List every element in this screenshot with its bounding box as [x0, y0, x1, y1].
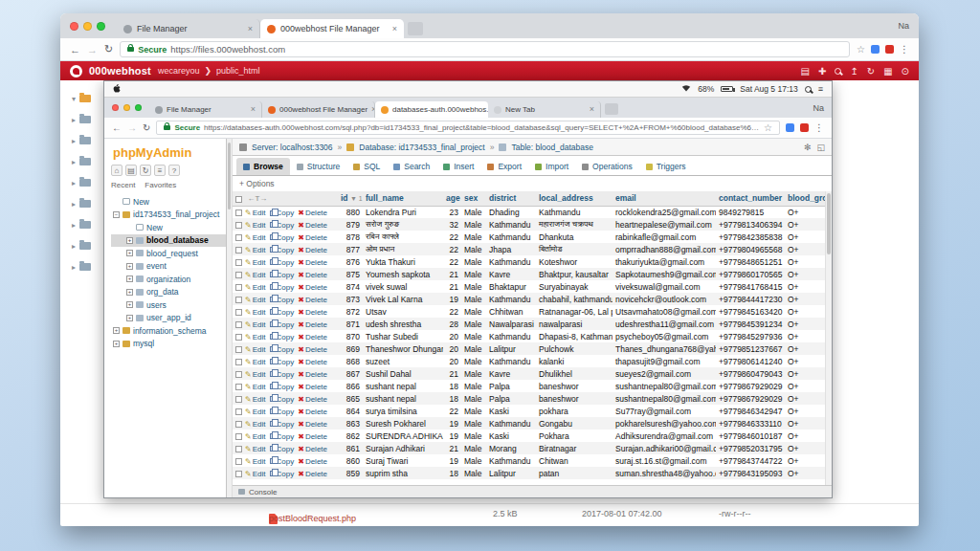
- browser-tab[interactable]: File Manager ×: [149, 101, 262, 118]
- edit-link[interactable]: ✎Edit: [245, 432, 266, 441]
- zoom-window-button[interactable]: [97, 22, 105, 31]
- edit-link[interactable]: ✎Edit: [245, 445, 266, 453]
- upload-icon[interactable]: ↥: [850, 66, 858, 77]
- delete-link[interactable]: ✖Delete: [298, 383, 327, 391]
- file-manager-footer-row[interactable]: postBloodRequest.php 2.5 kB 2017-08-01 0…: [60, 503, 919, 522]
- copy-link[interactable]: Copy: [270, 370, 295, 379]
- expand-icon[interactable]: +: [126, 237, 133, 244]
- minimize-window-button[interactable]: [123, 104, 130, 111]
- copy-link[interactable]: Copy: [270, 283, 295, 292]
- row-checkbox[interactable]: [235, 359, 242, 365]
- delete-link[interactable]: ✖Delete: [298, 345, 327, 354]
- column-header-sex[interactable]: sex: [464, 193, 478, 203]
- collapse-tree-icon[interactable]: ≡: [154, 165, 166, 176]
- delete-link[interactable]: ✖Delete: [298, 445, 327, 453]
- edit-link[interactable]: ✎Edit: [245, 221, 266, 230]
- tree-item-label[interactable]: blood_request: [146, 249, 198, 258]
- file-tree-item[interactable]: ▸: [60, 172, 103, 193]
- file-tree-item[interactable]: ▸: [60, 235, 103, 256]
- bookmark-star-icon[interactable]: ☆: [764, 122, 772, 133]
- scrollbar-thumb[interactable]: [827, 193, 831, 254]
- delete-link[interactable]: ✖Delete: [298, 333, 327, 342]
- row-checkbox[interactable]: [235, 272, 242, 278]
- back-icon[interactable]: ←: [70, 44, 80, 55]
- edit-link[interactable]: ✎Edit: [245, 283, 266, 292]
- browser-tab[interactable]: New Tab ×: [488, 101, 601, 118]
- apple-menu-icon[interactable]: [113, 83, 122, 96]
- webhost-brand[interactable]: 000webhost: [89, 65, 151, 77]
- settings-icon[interactable]: ✻: [804, 143, 812, 152]
- reload-icon[interactable]: ↻: [104, 43, 113, 55]
- browser-tab-active[interactable]: databases-auth.000webhos... ×: [375, 101, 488, 118]
- options-toggle[interactable]: + Options: [233, 176, 832, 191]
- copy-link[interactable]: Copy: [270, 308, 295, 317]
- close-window-button[interactable]: [70, 22, 78, 31]
- copy-link[interactable]: Copy: [270, 271, 295, 279]
- row-checkbox[interactable]: [235, 309, 242, 316]
- delete-link[interactable]: ✖Delete: [298, 271, 327, 279]
- expand-icon[interactable]: +: [113, 327, 120, 334]
- tree-item-label[interactable]: organization: [146, 275, 190, 284]
- sync-icon[interactable]: ↻: [867, 66, 875, 77]
- tab-close-icon[interactable]: ×: [248, 25, 253, 33]
- extension-icon[interactable]: [800, 123, 809, 132]
- copy-link[interactable]: Copy: [270, 320, 295, 329]
- delete-link[interactable]: ✖Delete: [298, 308, 327, 317]
- tree-item[interactable]: + blood_request: [111, 247, 226, 260]
- expand-panel-icon[interactable]: ◱: [816, 143, 825, 152]
- tree-item-label[interactable]: information_schema: [133, 326, 207, 336]
- tree-item-label[interactable]: event: [146, 261, 167, 271]
- edit-link[interactable]: ✎Edit: [245, 320, 266, 329]
- profile-name[interactable]: Na: [898, 21, 909, 31]
- row-checkbox[interactable]: [235, 458, 242, 465]
- row-checkbox[interactable]: [235, 209, 242, 216]
- docs-icon[interactable]: ?: [168, 165, 180, 176]
- row-checkbox[interactable]: [235, 222, 242, 229]
- delete-link[interactable]: ✖Delete: [298, 358, 327, 366]
- tree-item[interactable]: + mysql: [111, 338, 226, 351]
- minimize-window-button[interactable]: [83, 22, 92, 31]
- row-checkbox[interactable]: [235, 234, 242, 241]
- tab-item[interactable]: Structure: [290, 158, 347, 175]
- tree-item[interactable]: + blood_database: [111, 234, 226, 248]
- extension-icon[interactable]: [871, 45, 880, 54]
- edit-link[interactable]: ✎Edit: [245, 370, 266, 379]
- forward-icon[interactable]: →: [87, 44, 98, 55]
- add-icon[interactable]: ✚: [818, 66, 826, 77]
- delete-link[interactable]: ✖Delete: [298, 470, 327, 478]
- file-tree-item[interactable]: ▸: [60, 151, 103, 172]
- forward-icon[interactable]: →: [127, 122, 137, 133]
- tree-item-label[interactable]: users: [146, 300, 167, 310]
- apps-icon[interactable]: ▦: [883, 66, 892, 77]
- row-checkbox[interactable]: [235, 334, 242, 341]
- row-checkbox[interactable]: [235, 346, 242, 353]
- edit-link[interactable]: ✎Edit: [245, 233, 266, 242]
- url-field[interactable]: Secure https://databases-auth.000webhost…: [156, 121, 780, 135]
- tree-item[interactable]: − id1734533_final_project: [111, 209, 226, 222]
- check-all-checkbox[interactable]: [235, 196, 242, 203]
- row-checkbox[interactable]: [235, 247, 242, 253]
- recent-dropdown[interactable]: Recent: [111, 181, 135, 189]
- delete-link[interactable]: ✖Delete: [298, 246, 327, 254]
- tree-item[interactable]: + user_app_id: [111, 312, 226, 325]
- edit-link[interactable]: ✎Edit: [245, 345, 266, 354]
- tree-item[interactable]: + information_schema: [111, 324, 226, 338]
- menu-bar-clock[interactable]: Sat Aug 5 17:13: [740, 84, 798, 94]
- extension-icon[interactable]: [885, 45, 894, 54]
- delete-link[interactable]: ✖Delete: [298, 283, 327, 292]
- column-header-id[interactable]: id: [341, 193, 348, 203]
- breadcrumb-path[interactable]: public_html: [216, 66, 260, 76]
- column-header-full-name[interactable]: full_name: [366, 193, 404, 203]
- copy-link[interactable]: Copy: [270, 445, 295, 453]
- delete-link[interactable]: ✖Delete: [298, 233, 327, 242]
- expand-icon[interactable]: +: [126, 250, 133, 256]
- column-header-blood-group[interactable]: blood_group: [788, 193, 825, 203]
- tab-item[interactable]: Browse: [236, 158, 290, 175]
- back-icon[interactable]: ←: [112, 122, 122, 133]
- copy-link[interactable]: Copy: [270, 408, 295, 416]
- chevron-icon[interactable]: ▸: [72, 263, 76, 272]
- close-window-button[interactable]: [112, 104, 119, 111]
- tab-item[interactable]: Import: [528, 158, 575, 175]
- expand-icon[interactable]: +: [126, 301, 133, 308]
- delete-link[interactable]: ✖Delete: [298, 408, 327, 416]
